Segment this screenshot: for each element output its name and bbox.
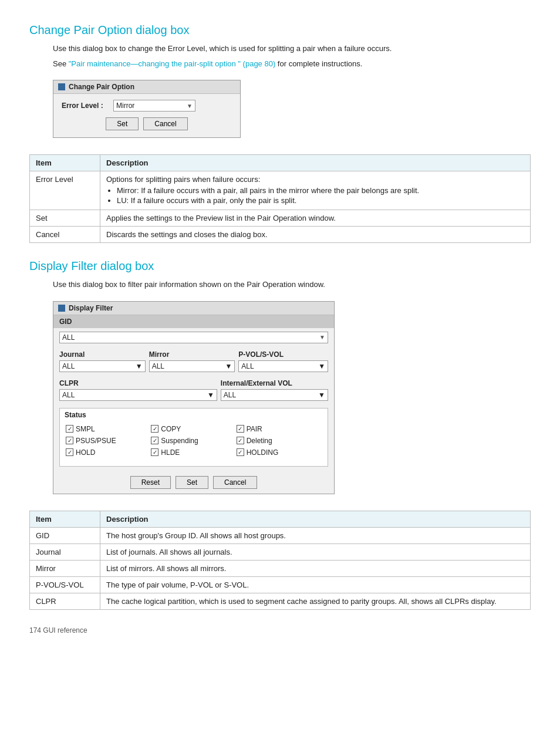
- status-item[interactable]: Deleting: [237, 437, 322, 445]
- table-cell-item: CLPR: [30, 593, 100, 609]
- status-item[interactable]: HOLDING: [237, 448, 322, 457]
- table-cell-item: Set: [30, 210, 100, 227]
- table-row: CancelDiscards the settings and closes t…: [30, 227, 531, 243]
- mirror-value: ALL: [152, 362, 164, 370]
- filter-buttons: Reset Set Cancel: [53, 471, 334, 494]
- status-label: Deleting: [247, 437, 272, 445]
- gid-section-header: GID: [53, 315, 334, 328]
- change-pair-dialog-title: Change Pair Option: [69, 83, 134, 91]
- change-pair-link[interactable]: "Pair maintenance—changing the pair-spli…: [69, 59, 276, 68]
- filter-set-button[interactable]: Set: [176, 476, 208, 489]
- checkbox[interactable]: [151, 437, 158, 444]
- display-filter-titlebar: Display Filter: [53, 302, 334, 315]
- status-item[interactable]: PSUS/PSUE: [66, 437, 151, 445]
- internal-arrow: ▼: [318, 391, 325, 399]
- change-pair-title: Change Pair Option dialog box: [29, 23, 531, 37]
- status-section: Status SMPLCOPYPAIRPSUS/PSUESuspendingDe…: [59, 408, 328, 467]
- table-cell-desc: The type of pair volume, P-VOL or S-VOL.: [100, 576, 531, 593]
- reset-button[interactable]: Reset: [130, 476, 171, 489]
- status-item[interactable]: PAIR: [237, 425, 322, 433]
- table-cell-item: Error Level: [30, 171, 100, 210]
- status-grid: SMPLCOPYPAIRPSUS/PSUESuspendingDeletingH…: [60, 421, 328, 466]
- cancel-button[interactable]: Cancel: [143, 117, 187, 130]
- checkbox[interactable]: [66, 448, 73, 456]
- display-filter-dialog: Display Filter GID ALL ▼ Journal ALL ▼ M…: [53, 301, 335, 494]
- display-filter-title: Display Filter dialog box: [29, 259, 531, 273]
- table-cell-desc: List of journals. All shows all journals…: [100, 544, 531, 560]
- status-label: HOLDING: [247, 448, 279, 457]
- pvol-select[interactable]: ALL ▼: [238, 360, 328, 372]
- checkbox[interactable]: [237, 448, 244, 456]
- pvol-arrow: ▼: [318, 362, 325, 370]
- status-label: PSUS/PSUE: [76, 437, 116, 445]
- table-cell-item: Mirror: [30, 560, 100, 576]
- page-footer: 174 GUI reference: [29, 626, 531, 634]
- table-row: CLPRThe cache logical partition, which i…: [30, 593, 531, 609]
- checkbox[interactable]: [237, 437, 244, 444]
- change-pair-dialog-titlebar: Change Pair Option: [53, 80, 240, 94]
- table-cell-desc: Discards the settings and closes the dia…: [100, 227, 531, 243]
- table-cell-desc: The cache logical partition, which is us…: [100, 593, 531, 609]
- table-cell-item: GID: [30, 527, 100, 544]
- table-header-item: Item: [30, 155, 100, 171]
- display-filter-body: GID ALL ▼ Journal ALL ▼ Mirror ALL ▼: [53, 315, 334, 494]
- table-header-desc: Description: [100, 155, 531, 171]
- table-row: P-VOL/S-VOLThe type of pair volume, P-VO…: [30, 576, 531, 593]
- gid-value: ALL: [62, 333, 75, 342]
- table-row: SetApplies the settings to the Preview l…: [30, 210, 531, 227]
- clpr-select[interactable]: ALL ▼: [59, 389, 217, 401]
- pvol-label: P-VOL/S-VOL: [238, 350, 328, 359]
- table-cell-desc: List of mirrors. All shows all mirrors.: [100, 560, 531, 576]
- set-button[interactable]: Set: [106, 117, 139, 130]
- mirror-arrow: ▼: [225, 362, 232, 370]
- table-row: GIDThe host group's Group ID. All shows …: [30, 527, 531, 544]
- change-pair-dialog: Change Pair Option Error Level : Mirror …: [53, 80, 241, 138]
- checkbox[interactable]: [151, 448, 158, 456]
- clpr-label: CLPR: [59, 379, 221, 387]
- journal-select[interactable]: ALL ▼: [59, 360, 146, 372]
- clpr-row: CLPR ALL ▼ Internal/External VOL ALL ▼: [53, 376, 334, 404]
- pvol-col: P-VOL/S-VOL ALL ▼: [238, 350, 328, 372]
- change-pair-dialog-body: Error Level : Mirror ▼ Set Cancel: [53, 94, 240, 137]
- pvol-value: ALL: [241, 362, 254, 370]
- gid-arrow: ▼: [319, 334, 325, 340]
- error-level-select[interactable]: Mirror ▼: [113, 100, 195, 112]
- gid-row: ALL ▼: [53, 328, 334, 348]
- error-level-value: Mirror: [116, 102, 134, 110]
- df-table-header-item: Item: [30, 511, 100, 527]
- mirror-select[interactable]: ALL ▼: [149, 360, 235, 372]
- jmp-columns: Journal ALL ▼ Mirror ALL ▼ P-VOL/S-VOL A…: [53, 348, 334, 372]
- table-cell-bullet: LU: If a failure occurs with a pair, onl…: [117, 196, 524, 205]
- error-level-label: Error Level :: [62, 102, 109, 110]
- table-cell-item: Journal: [30, 544, 100, 560]
- display-filter-dialog-title: Display Filter: [69, 304, 113, 312]
- status-label: SMPL: [76, 425, 95, 433]
- table-cell-desc: Options for splitting pairs when failure…: [100, 171, 531, 210]
- checkbox[interactable]: [66, 425, 73, 433]
- filter-dialog-icon: [58, 305, 65, 312]
- internal-value: ALL: [224, 391, 236, 399]
- table-cell-item: P-VOL/S-VOL: [30, 576, 100, 593]
- dialog-icon: [58, 83, 65, 90]
- status-label: Suspending: [161, 437, 198, 445]
- status-item[interactable]: SMPL: [66, 425, 151, 433]
- table-cell-bullet: Mirror: If a failure occurs with a pair,…: [117, 186, 524, 195]
- table-row: Error LevelOptions for splitting pairs w…: [30, 171, 531, 210]
- journal-value: ALL: [62, 362, 75, 370]
- gid-select[interactable]: ALL ▼: [59, 332, 328, 343]
- internal-select[interactable]: ALL ▼: [221, 389, 328, 401]
- status-item[interactable]: HLDE: [151, 448, 236, 457]
- checkbox[interactable]: [237, 425, 244, 433]
- change-pair-desc1: Use this dialog box to change the Error …: [53, 43, 531, 55]
- table-row: JournalList of journals. All shows all j…: [30, 544, 531, 560]
- checkbox[interactable]: [66, 437, 73, 444]
- checkbox[interactable]: [151, 425, 158, 433]
- internal-col: Internal/External VOL ALL ▼: [221, 379, 328, 401]
- status-item[interactable]: Suspending: [151, 437, 236, 445]
- internal-label: Internal/External VOL: [221, 379, 328, 387]
- status-item[interactable]: COPY: [151, 425, 236, 433]
- table-row: MirrorList of mirrors. All shows all mir…: [30, 560, 531, 576]
- journal-arrow: ▼: [136, 362, 143, 370]
- filter-cancel-button[interactable]: Cancel: [213, 476, 257, 489]
- status-item[interactable]: HOLD: [66, 448, 151, 457]
